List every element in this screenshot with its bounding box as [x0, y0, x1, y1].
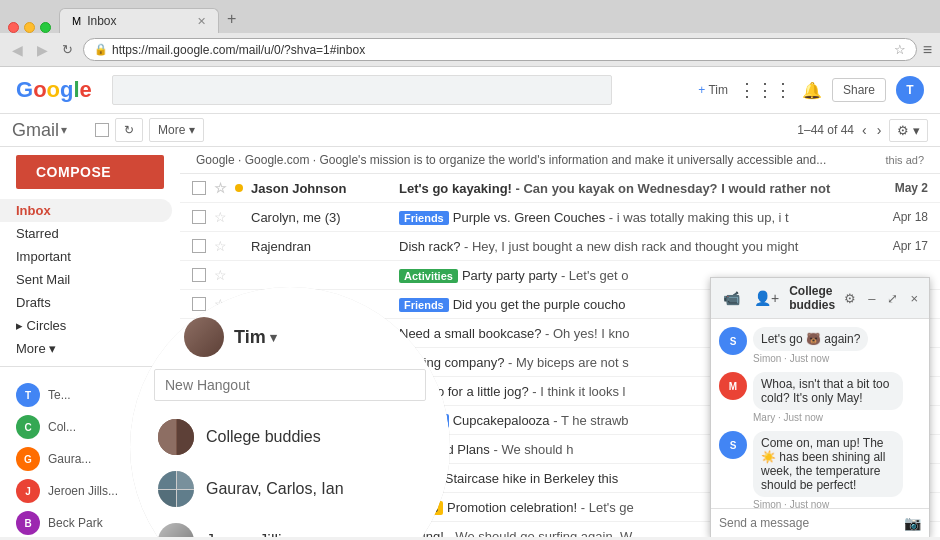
url-bar[interactable]: 🔒 https://mail.google.com/mail/u/0/?shva… — [83, 38, 917, 61]
back-button[interactable]: ◀ — [8, 40, 27, 60]
hangout-list-item[interactable]: Jeroen Jillissen — [154, 515, 426, 537]
ad-tag[interactable]: this ad? — [885, 154, 924, 166]
contact-label: Jeroen Jills... — [48, 484, 118, 498]
popup-item-name: College buddies — [206, 428, 321, 446]
chat-bubble: Let's go 🐻 again? — [753, 327, 868, 351]
star-icon[interactable]: ☆ — [214, 267, 227, 283]
tab-close-icon[interactable]: ✕ — [197, 15, 206, 28]
popup-dropdown-icon[interactable]: ▾ — [270, 330, 277, 345]
sidebar-item-circles[interactable]: ▸ Circles — [0, 314, 172, 337]
chat-expand-button[interactable]: ⤢ — [884, 290, 901, 307]
bookmark-icon[interactable]: ☆ — [894, 42, 906, 57]
email-checkbox[interactable] — [192, 181, 206, 195]
chat-footer: 📷 — [711, 508, 929, 537]
contact-label: Te... — [48, 388, 71, 402]
contact-label: Gaura... — [48, 452, 91, 466]
contact-label: Col... — [48, 420, 76, 434]
new-tab-button[interactable]: + — [219, 5, 244, 33]
star-icon[interactable]: ☆ — [214, 180, 227, 196]
email-row[interactable]: ☆ Jason Johnson Let's go kayaking! - Can… — [180, 174, 940, 203]
email-date: May 2 — [888, 181, 928, 195]
page-count-label: 1–44 of 44 — [797, 123, 854, 137]
email-checkbox[interactable] — [192, 297, 206, 311]
chat-title: College buddies — [789, 284, 835, 312]
email-body: FriendsPurple vs. Green Couches - i was … — [399, 210, 880, 225]
email-checkbox[interactable] — [192, 268, 206, 282]
compose-button[interactable]: COMPOSE — [16, 155, 164, 189]
hangout-list-item[interactable]: College buddies — [154, 411, 426, 463]
refresh-button[interactable]: ↻ — [115, 118, 143, 142]
notifications-icon[interactable]: 🔔 — [802, 81, 822, 100]
maximize-button[interactable] — [40, 22, 51, 33]
popup-username: Tim ▾ — [234, 327, 277, 348]
browser-chrome: M Inbox ✕ + ◀ ▶ ↻ 🔒 https://mail.google.… — [0, 0, 940, 67]
contact-avatar: B — [16, 511, 40, 535]
content-area: COMPOSE Inbox Starred Important Sent Mai… — [0, 147, 940, 537]
apps-icon[interactable]: ⋮⋮⋮ — [738, 79, 792, 101]
chat-message-input[interactable] — [719, 516, 898, 530]
chat-settings-icon[interactable]: ⚙ — [841, 290, 859, 307]
next-page-button[interactable]: › — [875, 120, 884, 140]
popup-list: College buddies Gaurav, Carlos, Ian — [154, 411, 426, 537]
email-row[interactable]: ☆ Carolyn, me (3) FriendsPurple vs. Gree… — [180, 203, 940, 232]
select-all-checkbox[interactable] — [95, 123, 109, 137]
browser-tab-inbox[interactable]: M Inbox ✕ — [59, 8, 219, 33]
star-icon[interactable]: ☆ — [214, 209, 227, 225]
sidebar-item-starred[interactable]: Starred — [0, 222, 172, 245]
popup-item-avatar — [158, 471, 194, 507]
popup-item-avatar — [158, 523, 194, 537]
gmail-label-arrow: ▾ — [61, 123, 67, 137]
sidebar-item-inbox[interactable]: Inbox — [0, 199, 172, 222]
sidebar-item-sent[interactable]: Sent Mail — [0, 268, 172, 291]
chat-bubble-wrap: Come on, man up! The ☀️ has been shining… — [753, 431, 921, 508]
chat-message: M Whoa, isn't that a bit too cold? It's … — [719, 372, 921, 423]
chat-time: Simon · Just now — [753, 353, 921, 364]
prev-page-button[interactable]: ‹ — [860, 120, 869, 140]
email-row[interactable]: ☆ Rajendran Dish rack? - Hey, I just bou… — [180, 232, 940, 261]
lock-icon: 🔒 — [94, 43, 108, 56]
chat-time: Simon · Just now — [753, 499, 921, 508]
hangout-list-item[interactable]: Gaurav, Carlos, Ian — [154, 463, 426, 515]
share-button[interactable]: Share — [832, 78, 886, 102]
gmail-label[interactable]: Gmail ▾ — [12, 120, 67, 141]
hangout-search-input[interactable] — [154, 369, 426, 401]
sidebar-item-more[interactable]: More ▾ — [0, 337, 172, 360]
toolbar-right: 1–44 of 44 ‹ › ⚙ ▾ — [797, 119, 928, 142]
email-checkbox[interactable] — [192, 210, 206, 224]
chat-bubble: Come on, man up! The ☀️ has been shining… — [753, 431, 903, 497]
chat-avatar: M — [719, 372, 747, 400]
settings-button[interactable]: ⚙ ▾ — [889, 119, 928, 142]
chat-bubble-wrap: Whoa, isn't that a bit too cold? It's on… — [753, 372, 921, 423]
chat-camera-icon[interactable]: 📷 — [904, 515, 921, 531]
gmail-label-text: Gmail — [12, 120, 59, 141]
user-avatar[interactable]: T — [896, 76, 924, 104]
email-checkbox[interactable] — [192, 239, 206, 253]
chat-minimize-button[interactable]: – — [865, 290, 878, 307]
chat-window: 📹 👤+ College buddies ⚙ – ⤢ × S Let's go … — [710, 277, 930, 537]
minimize-button[interactable] — [24, 22, 35, 33]
chat-avatar: S — [719, 431, 747, 459]
chat-video-icon[interactable]: 📹 — [719, 288, 744, 308]
chat-header: 📹 👤+ College buddies ⚙ – ⤢ × — [711, 278, 929, 319]
email-body: Dish rack? - Hey, I just bought a new di… — [399, 239, 880, 254]
chat-message: S Come on, man up! The ☀️ has been shini… — [719, 431, 921, 508]
browser-menu-button[interactable]: ≡ — [923, 41, 932, 59]
chat-close-button[interactable]: × — [907, 290, 921, 307]
gmail-header: Google + Tim ⋮⋮⋮ 🔔 Share T — [0, 67, 940, 114]
sidebar-item-important[interactable]: Important — [0, 245, 172, 268]
tab-title: Inbox — [87, 14, 191, 28]
chat-add-person-icon[interactable]: 👤+ — [750, 288, 783, 308]
reload-button[interactable]: ↻ — [58, 40, 77, 59]
gmail-app: Google + Tim ⋮⋮⋮ 🔔 Share T Gmail ▾ ↻ Mor… — [0, 67, 940, 537]
close-button[interactable] — [8, 22, 19, 33]
search-input[interactable] — [112, 75, 612, 105]
url-text: https://mail.google.com/mail/u/0/?shva=1… — [112, 43, 890, 57]
popup-user-row: Tim ▾ — [154, 317, 426, 357]
popup-item-name: Jeroen Jillissen — [206, 532, 315, 537]
forward-button[interactable]: ▶ — [33, 40, 52, 60]
sidebar-item-drafts[interactable]: Drafts — [0, 291, 172, 314]
popup-item-name: Gaurav, Carlos, Ian — [206, 480, 344, 498]
star-icon[interactable]: ☆ — [214, 238, 227, 254]
contact-avatar: G — [16, 447, 40, 471]
more-button[interactable]: More ▾ — [149, 118, 204, 142]
